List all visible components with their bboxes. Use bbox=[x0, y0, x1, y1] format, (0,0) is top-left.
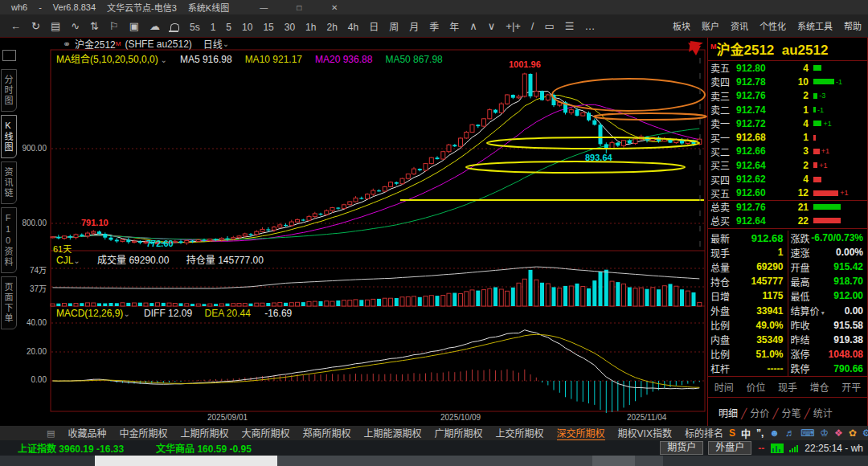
tick-col-价位: 价位 bbox=[740, 380, 772, 394]
quote-tab-分笔[interactable]: 分笔 bbox=[782, 408, 801, 419]
market-tab-广期所期权[interactable]: 广期所期权 bbox=[435, 426, 483, 441]
quote-symbol[interactable]: M沪金2512 au2512 bbox=[710, 39, 828, 59]
market-tab-中金所期权[interactable]: 中金所期权 bbox=[119, 426, 167, 441]
depth-bar bbox=[813, 177, 821, 182]
taskbar-hover-app[interactable] bbox=[592, 456, 635, 466]
left-high-label: 791.10 bbox=[81, 218, 108, 227]
ask-row-卖四[interactable]: 卖四 912.78 10 -1 bbox=[708, 75, 867, 88]
price-arrow-icon bbox=[689, 41, 703, 54]
foreign-account-button[interactable]: 外盘户 bbox=[708, 441, 751, 455]
bid-row-买二[interactable]: 买二 912.66 3 +1 bbox=[708, 145, 867, 158]
ime-icon-7[interactable]: ❖ bbox=[834, 427, 843, 439]
depth-bar bbox=[813, 79, 834, 84]
macd-axis-0: 0.00 bbox=[16, 375, 47, 384]
ime-icon-3[interactable]: ☻ bbox=[769, 427, 780, 439]
days-count-label: 61天 bbox=[53, 242, 72, 255]
tick-col-开平: 开平 bbox=[835, 380, 867, 394]
connection-dashes: -- bbox=[758, 443, 764, 454]
ask-row-卖五[interactable]: 卖五 912.80 4 bbox=[708, 61, 867, 75]
ime-icon-0[interactable]: S bbox=[729, 427, 735, 439]
market-monitor-icon[interactable] bbox=[771, 444, 784, 453]
clock-text: 22:25:14 - wh bbox=[805, 443, 863, 454]
left-low-label: 772.60 bbox=[146, 239, 174, 248]
market-tab-上交所期权[interactable]: 上交所期权 bbox=[496, 426, 544, 441]
market-tab-期权VIX指数[interactable]: 期权VIX指数 bbox=[618, 426, 672, 441]
quote-info-row: 持仓145777 最高918.70 bbox=[708, 274, 867, 288]
bid-row-买三[interactable]: 买三 912.64 2 +1 bbox=[708, 158, 867, 172]
ime-icon-2[interactable]: ”, bbox=[756, 427, 764, 439]
x-axis-date-1: 2025/09/01 bbox=[207, 413, 248, 422]
bid-row-总买[interactable]: 总买 912.64 22 bbox=[708, 214, 867, 227]
macd-diff-value: DIFF 12.09 bbox=[144, 308, 192, 319]
quote-tab-分价[interactable]: 分价 bbox=[750, 408, 769, 419]
market-tab-大商所期权[interactable]: 大商所期权 bbox=[241, 426, 289, 441]
volume-value: 成交量 69290.00 bbox=[97, 255, 169, 266]
bid-row-买一[interactable]: 买一 912.68 1 bbox=[708, 130, 867, 144]
shanghai-index: 上证指数 3960.19 -16.33 bbox=[18, 441, 124, 455]
tick-col-时间: 时间 bbox=[708, 380, 740, 394]
volume-indicator-select[interactable]: CJL bbox=[56, 255, 73, 266]
ask-row-卖二[interactable]: 卖二 912.74 1 -1 bbox=[708, 103, 867, 117]
os-taskbar[interactable] bbox=[0, 456, 868, 466]
market-tab-郑商所期权[interactable]: 郑商所期权 bbox=[302, 426, 350, 441]
quote-tab-明细[interactable]: 明细 bbox=[719, 408, 738, 419]
market-tab-上期所期权[interactable]: 上期所期权 bbox=[180, 426, 228, 441]
peak-price-label: 1001.96 bbox=[509, 59, 541, 69]
macd-hist-value: -16.69 bbox=[264, 308, 292, 319]
wenhua-commodity-index: 文华商品 160.59 -0.95 bbox=[156, 441, 252, 455]
bid-row-买四[interactable]: 买四 912.62 4 bbox=[708, 172, 867, 186]
volume-axis-37w: 37万 bbox=[16, 282, 47, 294]
ime-icon-4[interactable]: ♬ bbox=[785, 427, 795, 439]
ma-legend-item: MA50 867.98 bbox=[385, 54, 442, 65]
macd-indicator-select[interactable]: MACD(12,26,9) bbox=[56, 308, 123, 319]
depth-bar bbox=[813, 149, 820, 154]
ask-row-卖一[interactable]: 卖一 912.72 4 +1 bbox=[708, 117, 867, 130]
x-axis-date-3: 2025/11/04 bbox=[627, 413, 666, 422]
tick-col-现手: 现手 bbox=[772, 380, 804, 394]
order-book-totals: 总卖 912.76 21 总买 912.64 22 bbox=[708, 200, 867, 229]
ma-legend-item: MA20 936.88 bbox=[315, 54, 372, 65]
market-tab-深交所期权[interactable]: 深交所期权 bbox=[557, 426, 605, 441]
macd-histogram bbox=[59, 369, 700, 413]
depth-bar bbox=[813, 135, 816, 141]
quote-info-row: 杠杆----- 跌停790.66 bbox=[708, 362, 867, 376]
ma50-line bbox=[53, 129, 700, 239]
ime-icon-5[interactable]: ⌨ bbox=[800, 427, 814, 439]
market-tab-上期能源期权[interactable]: 上期能源期权 bbox=[363, 426, 421, 441]
ma5-line bbox=[53, 91, 700, 243]
bid-row-买五[interactable]: 买五 912.60 12 +1 bbox=[708, 186, 867, 200]
ask-row-卖三[interactable]: 卖三 912.76 2 -3 bbox=[708, 89, 867, 103]
price-axis-800: 800.00 bbox=[16, 219, 47, 227]
quote-info-row: 外盘33941 结算价 ▾0.00 bbox=[708, 303, 867, 317]
volume-bars bbox=[51, 270, 702, 306]
status-bar: 上证指数 3960.19 -16.33 文华商品 160.59 -0.95 期货… bbox=[0, 440, 868, 456]
ask-row-总卖[interactable]: 总卖 912.76 21 bbox=[708, 200, 867, 214]
pullback-low-label: 893.64 bbox=[585, 153, 612, 162]
tick-table-header: 时间价位现手增仓开平 bbox=[708, 380, 867, 398]
ime-icon-9[interactable]: ⚙ bbox=[862, 427, 868, 439]
quote-tabs: 明细╱分价╱分笔╱统计 bbox=[715, 406, 836, 419]
macd-diff-line bbox=[53, 330, 700, 389]
quote-info-row: 现手1 速涨0.00% bbox=[708, 245, 867, 260]
taskbar-active-app[interactable] bbox=[95, 456, 277, 466]
macd-axis-40: 40.00 bbox=[16, 318, 47, 327]
quote-info-row: 比例51.0% 涨停1048.08 bbox=[708, 347, 867, 362]
ime-icon-8[interactable]: ✿ bbox=[849, 427, 857, 439]
depth-bar bbox=[813, 121, 821, 126]
ime-icon-6[interactable]: ♔ bbox=[820, 427, 829, 439]
ime-icon-1[interactable]: 中 bbox=[741, 427, 751, 440]
depth-bar bbox=[813, 162, 817, 168]
market-tab-标的排名[interactable]: 标的排名 bbox=[685, 426, 723, 441]
quote-info-row: 最新912.68 涨跌-6.70/0.73% bbox=[708, 231, 867, 245]
ime-toolbar: S中”,☻♬⌨♔❖✿⚙ bbox=[723, 426, 868, 440]
signal-strength-icon bbox=[788, 444, 798, 452]
tab-list-icon[interactable]: ▤ bbox=[47, 428, 55, 439]
open-interest-value: 持仓量 145777.00 bbox=[186, 255, 264, 266]
depth-bar bbox=[813, 190, 838, 196]
futures-account-button[interactable]: 期货户 bbox=[660, 441, 703, 455]
market-tab-收藏品种[interactable]: 收藏品种 bbox=[68, 426, 106, 441]
ma-legend-item[interactable]: MA组合(5,10,20,50,0,0) ⌄ bbox=[56, 54, 167, 65]
open-interest-line bbox=[53, 267, 700, 288]
quote-info-row: 日增1175 最低912.00 bbox=[708, 288, 867, 303]
quote-tab-统计[interactable]: 统计 bbox=[813, 408, 833, 419]
